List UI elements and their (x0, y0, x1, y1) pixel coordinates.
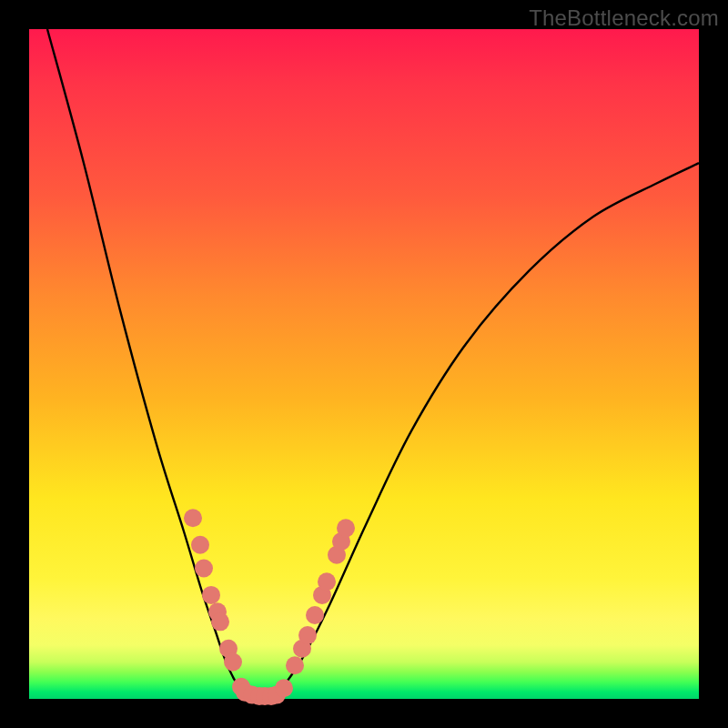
bottleneck-curve (47, 29, 699, 697)
chart-frame: TheBottleneck.com (0, 0, 728, 728)
dot (191, 536, 209, 554)
dot (306, 606, 324, 624)
dot (275, 679, 293, 697)
dot (211, 612, 229, 631)
dot (286, 656, 304, 674)
dot (224, 653, 242, 672)
dot (184, 509, 202, 527)
dot (202, 586, 220, 604)
dot (195, 559, 213, 577)
dot (298, 626, 317, 644)
dot (337, 519, 355, 537)
watermark-text: TheBottleneck.com (529, 5, 719, 31)
dot (318, 572, 336, 591)
curve-layer (29, 29, 699, 699)
